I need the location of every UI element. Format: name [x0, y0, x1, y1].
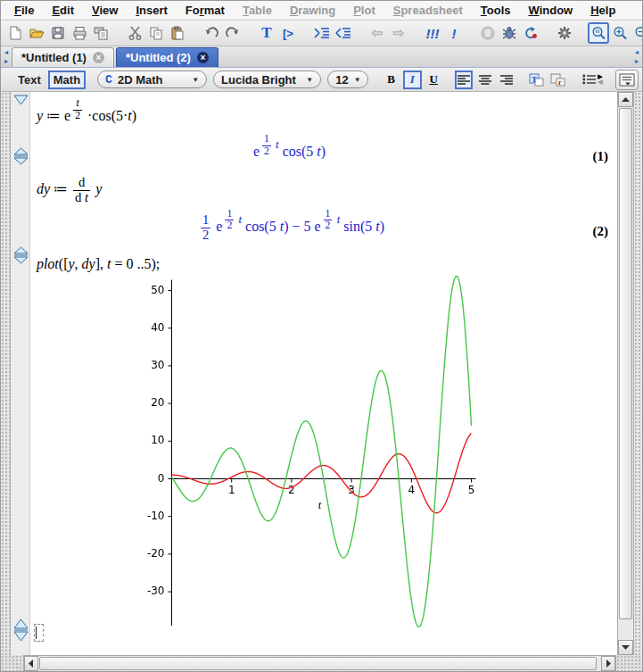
- tab-close-icon[interactable]: ×: [93, 52, 104, 63]
- tab-scroll-left[interactable]: ◂ ▸: [1, 46, 12, 67]
- main-toolbar: T[>⇦⇨!!!!▶◀: [1, 21, 642, 46]
- menu-format[interactable]: Format: [177, 2, 233, 19]
- cut-button[interactable]: [124, 22, 145, 44]
- zoom-out-button[interactable]: [631, 22, 643, 44]
- horizontal-scroll-track[interactable]: [38, 656, 601, 671]
- bold-button[interactable]: B: [382, 71, 400, 89]
- new-document-button[interactable]: [4, 22, 26, 44]
- print-preview-icon: [93, 26, 109, 40]
- redo-button[interactable]: [222, 22, 243, 44]
- options-gear-icon: [557, 26, 573, 40]
- zoom-in-button[interactable]: [609, 22, 631, 44]
- maple-window: { "menu": { "items": [ {"label": "File",…: [0, 0, 643, 672]
- open-file-button[interactable]: [26, 22, 47, 44]
- section-view-icon: [619, 73, 635, 87]
- scroll-left-button[interactable]: [24, 656, 38, 671]
- align-left-icon: [458, 74, 470, 85]
- underline-icon: U: [429, 72, 437, 87]
- execute-all-button[interactable]: !!!: [422, 22, 443, 44]
- text-block-icon: T: [529, 73, 544, 87]
- menu-edit[interactable]: Edit: [44, 2, 82, 19]
- restart-icon: [523, 26, 538, 40]
- horizontal-scroll-thumb[interactable]: [39, 657, 597, 670]
- tab-close-icon[interactable]: ×: [197, 52, 209, 63]
- chevron-down-icon: ▼: [192, 76, 199, 84]
- italic-icon: I: [410, 72, 415, 87]
- tab-untitled-1[interactable]: *Untitled (1)×: [12, 47, 114, 67]
- restart-button[interactable]: [520, 22, 541, 44]
- math-input-1[interactable]: y ≔ et2 ·cos(5·t): [37, 106, 136, 129]
- menu-plot: Plot: [345, 2, 383, 19]
- italic-button[interactable]: I: [403, 71, 422, 89]
- text-block-style-button[interactable]: T: [527, 71, 546, 89]
- new-document-icon: [8, 26, 22, 40]
- align-left-button[interactable]: [455, 71, 474, 89]
- menu-view[interactable]: View: [84, 2, 126, 19]
- bold-icon: B: [387, 72, 395, 87]
- style-selector[interactable]: C 2D Math ▼: [97, 71, 207, 88]
- scroll-down-icon: [622, 645, 630, 651]
- insert-math-icon: [>: [283, 27, 293, 40]
- print-button[interactable]: [69, 22, 90, 44]
- zoom-out-icon: [634, 26, 643, 40]
- menu-file[interactable]: File: [6, 2, 42, 19]
- insert-math-button[interactable]: [>: [277, 22, 299, 44]
- align-center-button[interactable]: [475, 71, 494, 89]
- vertical-scroll-track[interactable]: [618, 107, 633, 640]
- copy-button[interactable]: [145, 22, 167, 44]
- insert-text-button[interactable]: T: [256, 22, 277, 44]
- menu-tools[interactable]: Tools: [473, 2, 519, 19]
- math-block-style-button[interactable]: г: [548, 71, 567, 89]
- font-size-selector[interactable]: 12 ▼: [327, 71, 368, 88]
- text-mode-button[interactable]: Text: [13, 71, 45, 88]
- zoom-default-button[interactable]: [588, 22, 609, 44]
- options-gear-button[interactable]: [554, 22, 575, 44]
- right-palette-dock[interactable]: [633, 92, 642, 655]
- tab-scroll-right[interactable]: ◂ ▸: [631, 46, 642, 67]
- plot-region[interactable]: [133, 269, 525, 632]
- vertical-scroll-thumb[interactable]: [619, 108, 632, 619]
- group-collapse-triangle-icon[interactable]: [13, 95, 29, 106]
- enclose-section-button[interactable]: [311, 22, 333, 44]
- collapse-icon: ◀: [598, 79, 602, 85]
- debug-button[interactable]: [499, 22, 520, 44]
- align-center-icon: [479, 74, 491, 85]
- save-icon: [51, 26, 65, 40]
- menu-bar: FileEditViewInsertFormatTableDrawingPlot…: [1, 1, 642, 21]
- plot-canvas[interactable]: [133, 269, 525, 629]
- execute-button[interactable]: !: [443, 22, 465, 44]
- worksheet-content: y ≔ et2 ·cos(5·t) e12 t cos(5 t) (1) dy …: [30, 92, 617, 655]
- left-palette-dock[interactable]: [1, 92, 11, 655]
- save-button[interactable]: [47, 22, 69, 44]
- scroll-right-icon: [606, 660, 611, 668]
- tab-scroll-left-icon: ◂: [635, 48, 639, 56]
- remove-section-button[interactable]: [333, 22, 354, 44]
- group-expand-diamond-icon[interactable]: [13, 246, 29, 265]
- menu-window[interactable]: Window: [521, 2, 581, 19]
- group-expand-diamond-icon[interactable]: [13, 147, 29, 166]
- go-forward-button: ⇨: [388, 22, 409, 44]
- undo-button[interactable]: [201, 22, 222, 44]
- scroll-down-button[interactable]: [618, 640, 633, 655]
- paste-button[interactable]: [167, 22, 188, 44]
- scroll-right-button[interactable]: [601, 656, 615, 671]
- horizontal-scrollbar[interactable]: [23, 655, 616, 672]
- align-right-button[interactable]: [497, 71, 515, 89]
- tab-scroll-right-icon: ▸: [635, 57, 639, 65]
- tab-bar: ◂ ▸ *Untitled (1)×*Untitled (2)× ◂ ▸: [1, 46, 642, 68]
- input-cursor-placeholder[interactable]: [34, 624, 44, 642]
- menu-insert[interactable]: Insert: [128, 2, 175, 19]
- print-preview-button[interactable]: [90, 22, 111, 44]
- tab-untitled-2[interactable]: *Untitled (2)×: [116, 47, 218, 67]
- vertical-scrollbar[interactable]: [617, 92, 633, 655]
- math-input-2[interactable]: dy ≔ dd t y: [37, 176, 102, 205]
- underline-button[interactable]: U: [425, 71, 443, 89]
- scroll-up-button[interactable]: [618, 92, 633, 107]
- print-icon: [72, 26, 87, 40]
- font-selector[interactable]: Lucida Bright ▼: [213, 71, 321, 88]
- bullet-list-button[interactable]: ▶◀: [580, 71, 605, 89]
- end-of-worksheet-icon[interactable]: [13, 618, 29, 643]
- menu-help[interactable]: Help: [582, 2, 623, 19]
- section-view-button[interactable]: [615, 70, 639, 90]
- math-mode-button[interactable]: Math: [48, 71, 86, 89]
